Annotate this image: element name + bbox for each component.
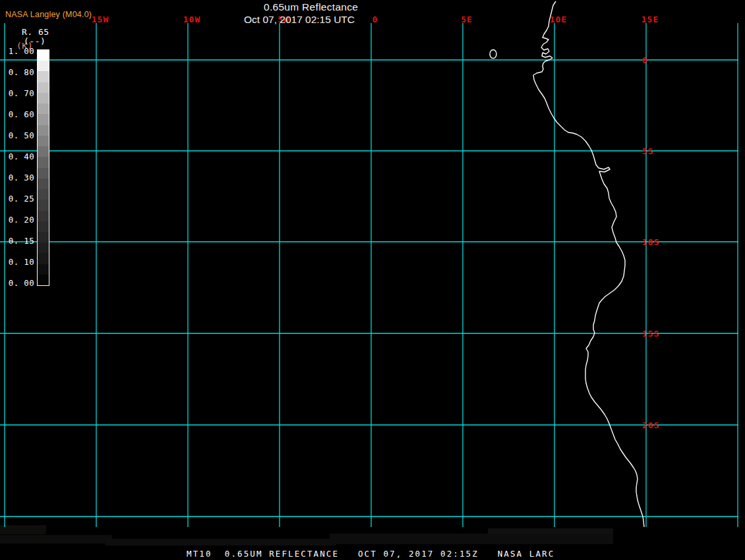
colorbar-title: R. 65	[22, 27, 49, 37]
colorbar-tick-label: 0. 60	[4, 109, 34, 119]
satellite-image-viewer: NASA Langley (M04.0) 0.65um Reflectance …	[0, 0, 745, 560]
longitude-label: 15E	[641, 14, 659, 24]
colorbar-tick-label: 0. 50	[4, 130, 34, 140]
colorbar-step	[38, 157, 49, 167]
colorbar-step	[38, 103, 49, 114]
colorbar-tick-label: 0. 40	[4, 152, 34, 161]
colorbar-step	[38, 242, 49, 253]
faint-data-band	[488, 528, 613, 534]
colorbar-step	[38, 264, 49, 275]
colorbar-step	[38, 211, 49, 221]
image-title: 0.65um Reflectance	[264, 1, 358, 13]
latitude-label: 15S	[642, 329, 659, 339]
colorbar-step	[38, 221, 49, 232]
image-timestamp: Oct 07, 2017 02:15 UTC	[244, 14, 355, 26]
colorbar-step	[38, 114, 49, 125]
colorbar-tick-label: 0. 15	[4, 236, 34, 246]
latitude-label: 20S	[642, 420, 659, 430]
colorbar-step	[38, 275, 49, 285]
colorbar-step	[38, 179, 49, 189]
source-label: NASA Langley (M04.0)	[5, 10, 92, 19]
colorbar-step	[38, 82, 49, 93]
longitude-label: 0	[372, 14, 378, 24]
colorbar-step	[38, 189, 49, 200]
map-canvas	[0, 0, 745, 560]
footer-product-label: MT10 0.65UM REFLECTANCE OCT 07, 2017 02:…	[187, 549, 554, 559]
colorbar-scale	[37, 49, 49, 286]
latitude-label: 0	[642, 55, 648, 65]
colorbar-step	[38, 200, 49, 210]
longitude-label: 5E	[461, 14, 473, 24]
faint-data-band	[0, 525, 46, 534]
latitude-label: 5S	[642, 146, 654, 156]
colorbar-step	[38, 253, 49, 264]
colorbar-step	[38, 61, 49, 71]
colorbar-tick-label: 1. 00	[4, 46, 34, 56]
colorbar-units: (--)	[24, 36, 45, 46]
colorbar-step	[38, 146, 49, 157]
colorbar-step	[38, 136, 49, 146]
colorbar-tick-label: 0. 00	[4, 278, 34, 288]
colorbar-step	[38, 125, 49, 136]
colorbar-step	[38, 93, 49, 103]
colorbar-tick-label: 0. 80	[4, 67, 34, 77]
colorbar-step	[38, 168, 49, 179]
colorbar-tick-label: 0. 30	[4, 173, 34, 182]
africa-coastline	[533, 1, 644, 527]
faint-data-band	[105, 539, 336, 546]
longitude-label: 10W	[183, 14, 200, 24]
faint-data-band	[0, 535, 112, 544]
colorbar-tick-label: 0. 70	[4, 88, 34, 98]
colorbar-step	[38, 50, 49, 61]
faint-data-band	[330, 534, 613, 544]
island-outline	[490, 50, 496, 59]
colorbar-tick-label: 0. 25	[4, 194, 34, 204]
latitude-label: 10S	[642, 237, 659, 247]
longitude-label: 15W	[92, 14, 109, 24]
colorbar-tick-label: 0. 20	[4, 215, 34, 225]
colorbar-step	[38, 232, 49, 242]
colorbar-step	[38, 71, 49, 82]
longitude-label: 10E	[550, 14, 567, 24]
colorbar-tick-label: 0. 10	[4, 257, 34, 267]
